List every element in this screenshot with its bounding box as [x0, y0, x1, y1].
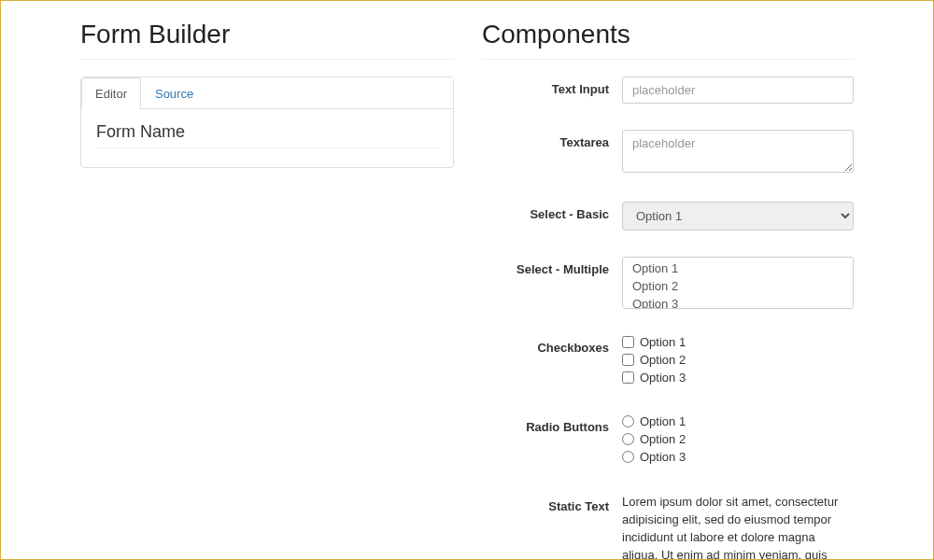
divider — [482, 59, 854, 60]
select-multi-option[interactable]: Option 1 — [627, 259, 849, 277]
radio-label: Option 1 — [640, 414, 686, 428]
component-textarea[interactable]: Textarea — [482, 130, 854, 175]
label-radios: Radio Buttons — [482, 414, 622, 434]
form-name-field[interactable]: Form Name — [96, 122, 438, 148]
select-multi-option[interactable]: Option 3 — [627, 295, 849, 309]
component-select-basic[interactable]: Select - Basic Option 1 — [482, 202, 854, 231]
tab-source[interactable]: Source — [141, 77, 207, 109]
editor-panel: Editor Source Form Name — [80, 77, 454, 168]
checkbox-label: Option 2 — [640, 353, 686, 367]
tab-bar: Editor Source — [81, 77, 453, 109]
radio-option[interactable] — [622, 433, 634, 445]
component-select-multiple[interactable]: Select - Multiple Option 1 Option 2 Opti… — [482, 257, 854, 309]
radio-label: Option 2 — [640, 432, 686, 446]
checkbox-label: Option 1 — [640, 335, 686, 349]
label-text-input: Text Input — [482, 77, 622, 96]
checkbox-label: Option 3 — [640, 371, 686, 385]
select-basic[interactable]: Option 1 — [622, 202, 854, 231]
components-title: Components — [482, 20, 854, 49]
select-multiple[interactable]: Option 1 Option 2 Option 3 — [622, 257, 854, 309]
static-text-content: Lorem ipsum dolor sit amet, consectetur … — [622, 494, 854, 560]
component-text-input[interactable]: Text Input — [482, 77, 854, 104]
component-checkboxes[interactable]: Checkboxes Option 1 Option 2 Option 3 — [482, 335, 854, 388]
radio-option[interactable] — [622, 415, 634, 427]
label-select-multiple: Select - Multiple — [482, 257, 622, 276]
divider — [80, 59, 454, 60]
form-builder-title: Form Builder — [80, 20, 454, 49]
select-multi-option[interactable]: Option 2 — [627, 277, 849, 295]
label-select-basic: Select - Basic — [482, 202, 622, 221]
checkbox-option[interactable] — [622, 371, 634, 384]
text-input[interactable] — [622, 77, 854, 104]
label-static-text: Static Text — [482, 494, 622, 513]
label-textarea: Textarea — [482, 130, 622, 149]
radio-option[interactable] — [622, 451, 634, 463]
component-radios[interactable]: Radio Buttons Option 1 Option 2 Option 3 — [482, 414, 854, 468]
textarea-input[interactable] — [622, 130, 854, 173]
checkbox-option[interactable] — [622, 336, 634, 348]
component-static-text[interactable]: Static Text Lorem ipsum dolor sit amet, … — [482, 494, 854, 560]
label-checkboxes: Checkboxes — [482, 335, 622, 355]
checkbox-option[interactable] — [622, 354, 634, 366]
tab-editor[interactable]: Editor — [81, 77, 141, 109]
radio-label: Option 3 — [640, 450, 686, 464]
